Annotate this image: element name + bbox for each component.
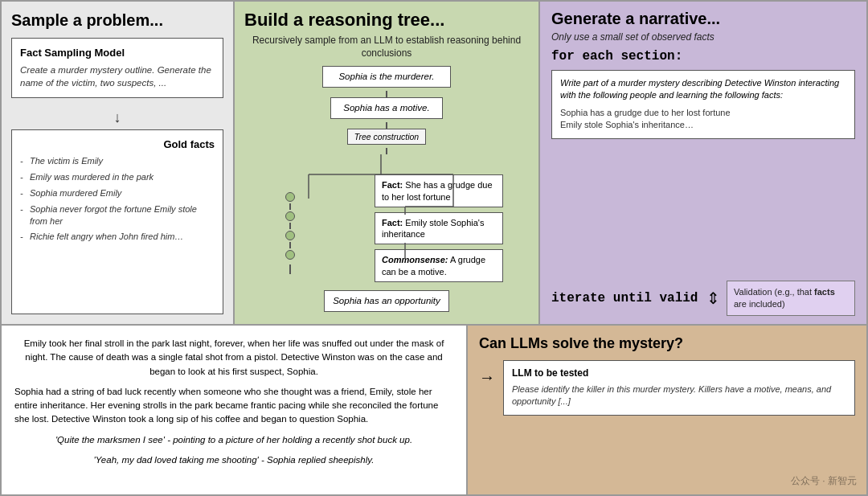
llm-box: LLM to be tested Please identify the kil… bbox=[503, 360, 855, 416]
col2-subtitle: Recursively sample from an LLM to establ… bbox=[244, 34, 529, 59]
validation-bold: facts bbox=[814, 287, 835, 297]
prompt-title: Write part of a murder mystery describin… bbox=[560, 77, 846, 102]
double-arrow-icon: ⇕ bbox=[706, 289, 720, 308]
col2-title: Build a reasoning tree... bbox=[244, 10, 529, 31]
bottom-left: Emily took her final stroll in the park … bbox=[2, 326, 468, 494]
fact-sampling-box: Fact Sampling Model Create a murder myst… bbox=[11, 38, 223, 98]
commonsense-box: Commonsense: A grudge can be a motive. bbox=[375, 249, 503, 282]
vert-line-3 bbox=[386, 148, 387, 154]
prompt-fact-2: Emily stole Sophia's inheritance… bbox=[560, 119, 846, 131]
gold-facts-label: Gold facts bbox=[163, 138, 215, 150]
tree-circle-3 bbox=[285, 231, 295, 240]
arrow-down-1: ↓ bbox=[11, 109, 223, 126]
llm-arrow-icon: → bbox=[479, 368, 495, 387]
gold-facts-box: Gold facts The victim is Emily Emily was… bbox=[11, 129, 223, 314]
llm-test-area: → LLM to be tested Please identify the k… bbox=[479, 360, 855, 416]
col3-title: Generate a narrative... bbox=[551, 10, 855, 28]
llm-box-title: LLM to be tested bbox=[512, 367, 846, 379]
fact2-label: Fact: bbox=[382, 218, 403, 228]
tree-construction-badge: Tree construction bbox=[347, 129, 426, 145]
tree-circle-1 bbox=[285, 192, 295, 202]
narrative-prompt-box: Write part of a murder mystery describin… bbox=[551, 70, 855, 139]
tree-top-node: Sophia is the murderer. bbox=[322, 66, 451, 88]
branch-line-4 bbox=[289, 264, 291, 274]
branch-nodes: Fact: She has a grudge due to her lost f… bbox=[250, 154, 523, 287]
tree-circle-2 bbox=[285, 211, 295, 221]
col-sample: Sample a problem... Fact Sampling Model … bbox=[2, 2, 235, 324]
prompt-fact-1: Sophia has a grudge due to her lost fort… bbox=[560, 107, 846, 119]
top-row: Sample a problem... Fact Sampling Model … bbox=[2, 2, 866, 326]
validation-text: Validation (e.g., that facts are include… bbox=[734, 287, 835, 309]
fact-box-2: Fact: Emily stole Sophia's inheritance bbox=[375, 212, 503, 245]
prompt-facts: Sophia has a grudge due to her lost fort… bbox=[560, 107, 846, 132]
for-each-section: for each section: bbox=[551, 49, 855, 64]
gold-fact-2: Emily was murdered in the park bbox=[20, 171, 215, 183]
llm-box-text: Please identify the killer in this murde… bbox=[512, 383, 846, 408]
left-branch bbox=[250, 174, 330, 287]
iterate-text: iterate until valid bbox=[551, 291, 700, 305]
gold-fact-3: Sophia murdered Emily bbox=[20, 187, 215, 199]
fact-sampling-text: Create a murder mystery outline. Generat… bbox=[20, 64, 215, 89]
branch-container: Fact: She has a grudge due to her lost f… bbox=[244, 154, 529, 287]
narrative-para4: 'Yeah, my dad loved taking me shooting' … bbox=[14, 453, 453, 467]
gold-fact-1: The victim is Emily bbox=[20, 155, 215, 167]
narrative-para3: 'Quite the marksmen I see' - pointing to… bbox=[14, 433, 453, 447]
col-narrative: Generate a narrative... Only use a small… bbox=[540, 2, 866, 324]
tree-bottom-node: Sophia has an opportunity bbox=[324, 290, 449, 312]
col1-title: Sample a problem... bbox=[11, 11, 223, 30]
validation-box: Validation (e.g., that facts are include… bbox=[727, 281, 855, 316]
branch-line-1 bbox=[289, 203, 291, 210]
branch-line-3 bbox=[289, 242, 291, 248]
tree-circle-4 bbox=[285, 250, 295, 260]
fact-sampling-title: Fact Sampling Model bbox=[20, 47, 215, 59]
col3-subtitle: Only use a small set of observed facts bbox=[551, 31, 855, 43]
fact1-label: Fact: bbox=[382, 180, 403, 190]
vert-line-1 bbox=[386, 91, 387, 97]
narrative-para2: Sophia had a string of bad luck recently… bbox=[14, 385, 453, 427]
tree-second-node: Sophia has a motive. bbox=[330, 97, 443, 119]
gold-facts-list: The victim is Emily Emily was murdered i… bbox=[20, 155, 215, 243]
watermark: 公众号 · 新智元 bbox=[791, 474, 857, 488]
tree-content: Sophia is the murderer. Sophia has a mot… bbox=[244, 66, 529, 315]
narrative-para1: Emily took her final stroll in the park … bbox=[14, 337, 453, 379]
col-tree: Build a reasoning tree... Recursively sa… bbox=[235, 2, 540, 324]
vert-line-2 bbox=[386, 122, 387, 129]
cs-label: Commonsense: bbox=[382, 255, 448, 264]
bottom-row: Emily took her final stroll in the park … bbox=[2, 326, 866, 494]
gold-facts-header: Gold facts bbox=[20, 138, 215, 150]
gold-fact-4: Sophia never forgot the fortune Emily st… bbox=[20, 203, 215, 228]
branch-line-2 bbox=[289, 223, 291, 229]
main-container: Sample a problem... Fact Sampling Model … bbox=[0, 0, 868, 496]
bottom-right: Can LLMs solve the mystery? → LLM to be … bbox=[468, 326, 866, 494]
fact-box-1: Fact: She has a grudge due to her lost f… bbox=[375, 174, 503, 207]
right-branch: Fact: She has a grudge due to her lost f… bbox=[375, 174, 523, 287]
bottom-right-title: Can LLMs solve the mystery? bbox=[479, 335, 855, 352]
gold-fact-5: Richie felt angry when John fired him… bbox=[20, 231, 215, 243]
iterate-section: iterate until valid ⇕ Validation (e.g., … bbox=[551, 281, 855, 316]
